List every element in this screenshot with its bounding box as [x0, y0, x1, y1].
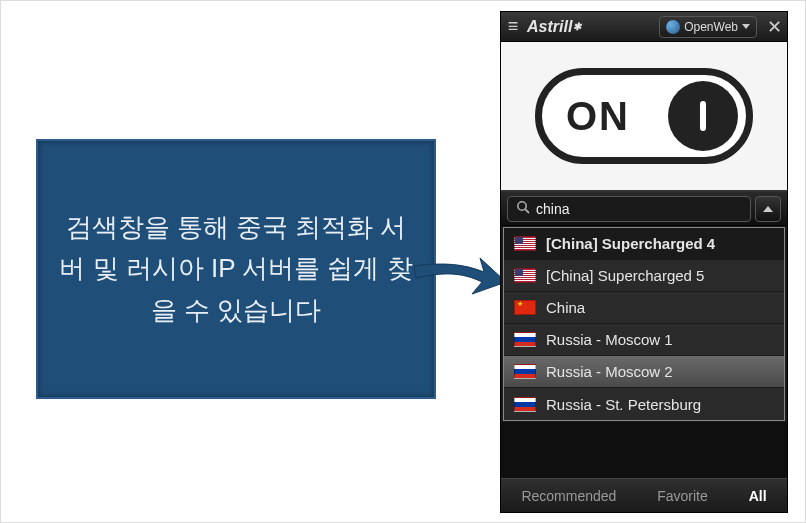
collapse-list-button[interactable] [755, 196, 781, 222]
tab-favorite[interactable]: Favorite [649, 484, 716, 508]
search-field[interactable] [507, 196, 751, 222]
server-item[interactable]: Russia - Moscow 1 [504, 324, 784, 356]
star-icon: ✱ [573, 21, 581, 32]
ru-flag-icon [514, 332, 536, 347]
close-button[interactable]: ✕ [763, 16, 785, 38]
svg-point-0 [518, 202, 526, 210]
connection-toggle-area: ON [501, 42, 787, 192]
toggle-knob-icon [668, 81, 738, 151]
protocol-dropdown[interactable]: OpenWeb [659, 16, 757, 38]
chevron-up-icon [763, 206, 773, 212]
titlebar: ≡ Astrill✱ OpenWeb ✕ [501, 12, 787, 42]
search-bar [501, 192, 787, 226]
tab-recommended[interactable]: Recommended [513, 484, 624, 508]
filter-tabs: Recommended Favorite All [501, 478, 787, 512]
us-flag-icon [514, 236, 536, 251]
chevron-down-icon [742, 24, 750, 29]
server-list: [China] Supercharged 4[China] Supercharg… [503, 227, 785, 421]
server-name: [China] Supercharged 4 [546, 235, 715, 252]
server-item[interactable]: [China] Supercharged 4 [504, 228, 784, 260]
toggle-state-label: ON [566, 94, 630, 139]
server-item[interactable]: [China] Supercharged 5 [504, 260, 784, 292]
info-callout: 검색창을 통해 중국 최적화 서버 및 러시아 IP 서버를 쉽게 찾을 수 있… [36, 139, 436, 399]
astrill-app-window: ≡ Astrill✱ OpenWeb ✕ ON [China] Supercha… [500, 11, 788, 513]
search-input[interactable] [536, 201, 742, 217]
tab-all[interactable]: All [741, 484, 775, 508]
content-area [501, 422, 787, 478]
svg-line-1 [525, 209, 529, 213]
us-flag-icon [514, 268, 536, 283]
cn-flag-icon [514, 300, 536, 315]
app-title: Astrill✱ [527, 18, 581, 36]
server-name: China [546, 299, 585, 316]
server-name: Russia - Moscow 2 [546, 363, 673, 380]
arrow-icon [414, 244, 506, 304]
app-title-text: Astrill [527, 18, 572, 36]
protocol-label: OpenWeb [684, 20, 738, 34]
search-icon [516, 200, 530, 217]
connection-toggle[interactable]: ON [535, 68, 753, 164]
server-item[interactable]: China [504, 292, 784, 324]
globe-icon [666, 20, 680, 34]
hamburger-menu-icon[interactable]: ≡ [503, 16, 523, 37]
ru-flag-icon [514, 397, 536, 412]
ru-flag-icon [514, 364, 536, 379]
info-text: 검색창을 통해 중국 최적화 서버 및 러시아 IP 서버를 쉽게 찾을 수 있… [58, 207, 414, 332]
server-item[interactable]: Russia - Moscow 2 [504, 356, 784, 388]
server-name: Russia - St. Petersburg [546, 396, 701, 413]
server-item[interactable]: Russia - St. Petersburg [504, 388, 784, 420]
server-name: [China] Supercharged 5 [546, 267, 704, 284]
server-name: Russia - Moscow 1 [546, 331, 673, 348]
